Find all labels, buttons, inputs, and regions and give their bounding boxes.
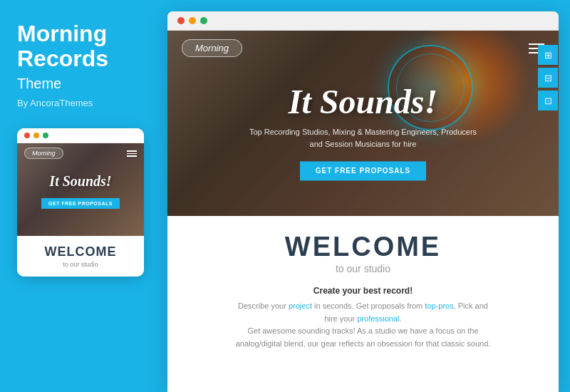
app-author: By AncoraThemes — [17, 98, 150, 108]
mobile-dot-red — [24, 133, 30, 138]
mobile-hero-title: It Sounds! — [17, 174, 144, 188]
top-pros-link[interactable]: top-pros — [425, 301, 453, 310]
mobile-titlebar — [17, 128, 144, 143]
desktop-hero-title: It Sounds! — [228, 85, 499, 119]
mobile-welcome-section: WELCOME to our studio — [17, 236, 144, 277]
browser-dot-yellow — [189, 17, 196, 24]
desktop-welcome-title: WELCOME — [182, 233, 544, 260]
mobile-dot-yellow — [33, 133, 39, 138]
side-toolbar: ⊞ ⊟ ⊡ — [537, 31, 559, 216]
desktop-welcome-section: WELCOME to our studio Create your best r… — [167, 216, 559, 392]
browser-dot-red — [177, 17, 185, 24]
desktop-hero-description: Top Recording Studios, Mixing & Masterin… — [228, 126, 499, 150]
app-title: Morning Records — [17, 21, 150, 71]
mobile-mockup: Morning It Sounds! GET FREE PROPOSALS WE… — [17, 128, 144, 277]
mobile-welcome-sub: to our studio — [24, 261, 137, 268]
desktop-cta-button[interactable]: GET FREE PROPOSALS — [300, 161, 427, 180]
title-line2: Records — [17, 46, 108, 71]
browser-mockup: Morning It Sounds! Top Recording Studios… — [167, 11, 559, 392]
browser-titlebar — [167, 11, 559, 31]
left-panel: Morning Records Theme By AncoraThemes Mo… — [0, 0, 167, 392]
mobile-nav: Morning — [17, 143, 144, 163]
mobile-logo: Morning — [24, 148, 63, 159]
side-icon-2[interactable]: ⊟ — [538, 68, 558, 88]
desktop-logo: Morning — [182, 39, 242, 57]
title-line1: Morning — [17, 21, 107, 46]
side-icon-3[interactable]: ⊡ — [538, 91, 558, 110]
desktop-hero: Morning It Sounds! Top Recording Studios… — [167, 31, 559, 216]
browser-dot-green — [200, 17, 207, 24]
mobile-dot-green — [43, 133, 48, 138]
desktop-hero-content: It Sounds! Top Recording Studios, Mixing… — [228, 85, 499, 180]
desktop-create-best: Create your best record! — [182, 286, 544, 296]
app-subtitle: Theme — [17, 76, 150, 92]
mobile-hero: Morning It Sounds! GET FREE PROPOSALS — [17, 143, 144, 236]
desktop-welcome-subtitle: to our studio — [182, 263, 544, 274]
desktop-nav: Morning — [167, 31, 559, 66]
professional-link[interactable]: professional — [357, 314, 399, 323]
browser-content: Morning It Sounds! Top Recording Studios… — [167, 31, 559, 392]
project-link[interactable]: project — [289, 301, 312, 310]
desktop-body-text: Describe your project in seconds. Get pr… — [232, 300, 495, 350]
mobile-welcome-title: WELCOME — [24, 244, 137, 259]
mobile-hero-text: It Sounds! GET FREE PROPOSALS — [17, 174, 144, 209]
mobile-cta-button[interactable]: GET FREE PROPOSALS — [41, 198, 120, 209]
mobile-hamburger-icon[interactable] — [127, 150, 137, 157]
side-icon-1[interactable]: ⊞ — [538, 45, 558, 65]
